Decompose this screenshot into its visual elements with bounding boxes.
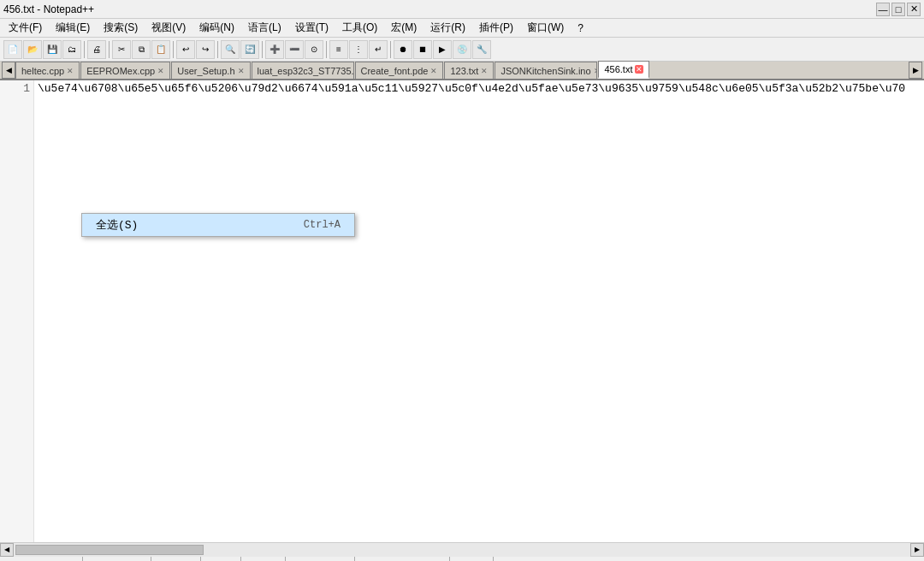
scroll-left-button[interactable]: ◀ [0, 543, 14, 557]
minimize-button[interactable]: — [876, 3, 890, 16]
tab-3[interactable]: luat_esp32c3_ST7735.h✕ [252, 62, 354, 79]
sep1 [84, 41, 85, 58]
tab-2[interactable]: User_Setup.h✕ [171, 62, 250, 79]
status-charset: UTF-8 [450, 557, 494, 561]
tab-scroll-right[interactable]: ▶ [909, 62, 922, 79]
tab-6[interactable]: JSONKitchenSink.ino✕ [495, 62, 597, 79]
menu-item-p[interactable]: 插件(P) [472, 19, 520, 37]
run-button[interactable]: 🔧 [472, 40, 491, 59]
ctx-select-all[interactable]: 全选(S) Ctrl+A [82, 214, 354, 236]
scroll-track[interactable] [14, 543, 910, 557]
menu-item-t[interactable]: 设置(T) [288, 19, 335, 37]
context-menu: 全选(S) Ctrl+A [81, 213, 355, 237]
cut-button[interactable]: ✂ [112, 40, 131, 59]
status-encoding: Windows (CR LF) [355, 557, 451, 561]
open-button[interactable]: 📂 [23, 40, 42, 59]
copy-button[interactable]: ⧉ [132, 40, 151, 59]
status-col: Col : 1 [241, 557, 286, 561]
status-bar: Normal text file length : 522 lines : 1 … [0, 556, 924, 561]
sep4 [217, 41, 218, 58]
menu-bar: 文件(F)编辑(E)搜索(S)视图(V)编码(N)语言(L)设置(T)工具(O)… [0, 19, 924, 38]
save-all-button[interactable]: 🗂 [62, 40, 81, 59]
status-sel: Sel : 522 | 1 [286, 557, 355, 561]
status-lines: lines : 1 [151, 557, 201, 561]
line-number-1: 1 [3, 82, 30, 95]
sep5 [262, 41, 263, 58]
sep3 [173, 41, 174, 58]
ctx-select-all-label: 全选(S) [96, 217, 138, 233]
zoom-in-button[interactable]: ➕ [265, 40, 284, 59]
status-length: length : 522 [83, 557, 151, 561]
ctx-select-all-shortcut: Ctrl+A [304, 219, 341, 231]
sync-v-button[interactable]: ≡ [329, 40, 348, 59]
toolbar: 📄 📂 💾 🗂 🖨 ✂ ⧉ 📋 ↩ ↪ 🔍 🔄 ➕ ➖ ⊙ ≡ ⋮ ↵ ⏺ ⏹ … [0, 38, 924, 62]
title-text: 456.txt - Notepad++ [3, 3, 94, 15]
tab-4[interactable]: Create_font.pde✕ [355, 62, 444, 79]
tab-close-0[interactable]: ✕ [67, 67, 74, 75]
editor-container: 1 \u5e74\u6708\u65e5\u65f6\u5206\u79d2\u… [0, 80, 924, 542]
scroll-right-button[interactable]: ▶ [910, 543, 924, 557]
tab-0[interactable]: heltec.cpp✕ [15, 62, 80, 79]
new-button[interactable]: 📄 [3, 40, 22, 59]
menu-item-s[interactable]: 搜索(S) [97, 19, 145, 37]
editor-content[interactable]: \u5e74\u6708\u65e5\u65f6\u5206\u79d2\u66… [34, 80, 924, 542]
tab-close-4[interactable]: ✕ [430, 67, 437, 75]
zoom-out-button[interactable]: ➖ [285, 40, 304, 59]
menu-item-v[interactable]: 视图(V) [145, 19, 192, 37]
status-file-type: Normal text file [7, 557, 83, 561]
redo-button[interactable]: ↪ [196, 40, 215, 59]
menu-item-n[interactable]: 编码(N) [192, 19, 241, 37]
macro-save-button[interactable]: 💿 [453, 40, 471, 59]
title-bar: 456.txt - Notepad++ — □ ✕ [0, 0, 924, 19]
tab-close-5[interactable]: ✕ [481, 67, 488, 75]
sync-h-button[interactable]: ⋮ [349, 40, 368, 59]
menu-item-r[interactable]: 运行(R) [424, 19, 472, 37]
tab-close-7[interactable]: ✕ [635, 65, 643, 74]
tab-1[interactable]: EEPROMex.cpp✕ [80, 62, 170, 79]
menu-item-f[interactable]: 文件(F) [2, 19, 49, 37]
menu-item-w[interactable]: 窗口(W) [520, 19, 571, 37]
status-ln: Ln : 1 [201, 557, 241, 561]
menu-item-o[interactable]: 工具(O) [335, 19, 384, 37]
menu-item-[interactable]: ? [571, 21, 590, 36]
tab-scroll-left[interactable]: ◀ [2, 62, 15, 79]
sep2 [109, 41, 110, 58]
macro-play-button[interactable]: ▶ [433, 40, 452, 59]
h-scrollbar: ◀ ▶ [0, 542, 924, 556]
find-button[interactable]: 🔍 [221, 40, 240, 59]
title-controls: — □ ✕ [876, 3, 921, 16]
save-button[interactable]: 💾 [43, 40, 62, 59]
status-ins: INS [494, 557, 524, 561]
maximize-button[interactable]: □ [891, 3, 905, 16]
close-button[interactable]: ✕ [907, 3, 921, 16]
print-button[interactable]: 🖨 [87, 40, 106, 59]
paste-button[interactable]: 📋 [151, 40, 170, 59]
tab-scroll-right-area: ▶ [909, 62, 922, 79]
sep7 [390, 41, 391, 58]
tab-close-6[interactable]: ✕ [594, 67, 598, 75]
menu-item-e[interactable]: 编辑(E) [49, 19, 97, 37]
restore-zoom-button[interactable]: ⊙ [305, 40, 323, 59]
undo-button[interactable]: ↩ [176, 40, 195, 59]
tab-close-1[interactable]: ✕ [157, 67, 164, 75]
macro-stop-button[interactable]: ⏹ [413, 40, 432, 59]
word-wrap-button[interactable]: ↵ [369, 40, 388, 59]
editor-line-1: \u5e74\u6708\u65e5\u65f6\u5206\u79d2\u66… [38, 82, 921, 95]
tab-bar: ◀heltec.cpp✕EEPROMex.cpp✕User_Setup.h✕lu… [0, 62, 924, 80]
scroll-thumb[interactable] [15, 545, 204, 555]
tab-7[interactable]: 456.txt✕ [598, 61, 649, 79]
tab-close-2[interactable]: ✕ [238, 67, 245, 75]
replace-button[interactable]: 🔄 [240, 40, 259, 59]
sep6 [326, 41, 327, 58]
menu-item-l[interactable]: 语言(L) [241, 19, 288, 37]
menu-item-m[interactable]: 宏(M) [384, 19, 424, 37]
line-numbers: 1 [0, 80, 34, 542]
tab-5[interactable]: 123.txt✕ [444, 62, 494, 79]
macro-record-button[interactable]: ⏺ [394, 40, 412, 59]
